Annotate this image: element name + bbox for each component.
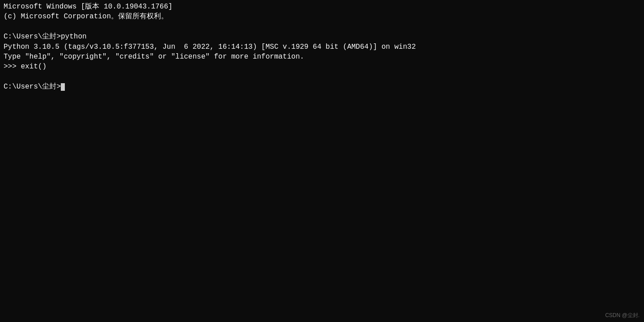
win-title-line: Microsoft Windows [版本 10.0.19043.1766] — [4, 2, 640, 12]
prompt-python-line: C:\Users\尘封>python — [4, 32, 640, 42]
win-copyright-line: (c) Microsoft Corporation。保留所有权利。 — [4, 12, 640, 21]
prompt-text: C:\Users\尘封> — [4, 83, 61, 91]
cursor-block — [61, 83, 65, 91]
prompt-final-line[interactable]: C:\Users\尘封> — [4, 82, 640, 92]
blank-line-1 — [4, 22, 640, 32]
python-help-line: Type "help", "copyright", "credits" or "… — [4, 52, 640, 62]
watermark: CSDN @尘封. — [605, 312, 640, 319]
terminal-window: Microsoft Windows [版本 10.0.19043.1766] (… — [0, 0, 644, 322]
blank-line-2 — [4, 72, 640, 82]
python-exit-line: >>> exit() — [4, 62, 640, 72]
python-version-line: Python 3.10.5 (tags/v3.10.5:f377153, Jun… — [4, 42, 640, 52]
